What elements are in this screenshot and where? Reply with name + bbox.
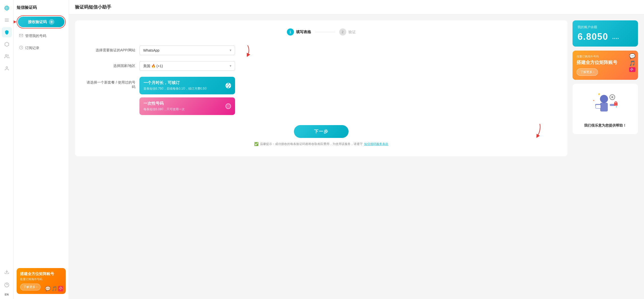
sidebar-shield[interactable] — [2, 27, 12, 37]
balance-amount: 6.8050 •••• — [578, 31, 633, 42]
package-onetime-title: 一次性号码 — [143, 101, 231, 106]
help-illustration: ★ ✦ ✦ — [590, 90, 620, 120]
notice-row: ✅ 温馨提示：成功接收的每条验证码都将收取相应费用，为使用该服务，请遵守 短信接… — [85, 142, 557, 146]
help-text: 我们很乐意为您提供帮助！ — [584, 123, 626, 128]
svg-text:✦: ✦ — [593, 99, 595, 102]
notice-check-icon: ✅ — [254, 142, 258, 146]
sidebar-user[interactable] — [2, 63, 12, 73]
left-promo-card: 搭建全方位矩阵账号 批量订阅海外号码 了解更多 › 💬 🎵 小 — [17, 268, 66, 294]
orange-promo-card: 批量订购海外号码 搭建全方位矩阵账号 了解更多 › 💬 🎵 小 — [573, 51, 638, 80]
package-onetime-desc: 每条短信6.08©，只可使用一次 — [143, 107, 231, 111]
step-1-circle: 1 — [287, 28, 294, 35]
sidebar-globe[interactable] — [2, 3, 12, 13]
step-divider — [315, 32, 335, 32]
balance-card: 我的账户余额 6.8050 •••• — [573, 20, 638, 47]
left-promo-btn[interactable]: 了解更多 › — [20, 284, 41, 290]
plus-icon: + — [49, 19, 54, 25]
package-monthly[interactable]: 一个月时长，可续订 首条短信6.75©，后续每条0.1©，续订月费0.5© ✓ — [139, 77, 235, 94]
svg-point-13 — [600, 95, 608, 103]
svg-point-6 — [5, 55, 7, 56]
arrow-whatsapp — [230, 44, 250, 57]
svg-point-19 — [611, 96, 613, 98]
app-select-row: 选择需要验证的APP/网站 WhatsApp ▼ — [85, 46, 557, 55]
svg-text:★: ★ — [598, 92, 600, 96]
step-2-circle: 2 — [339, 28, 346, 35]
form-card: 1 填写表格 2 验证 选择需要验证的APP/网站 — [75, 20, 567, 156]
step-2-label: 验证 — [348, 30, 356, 34]
menu-subscription-history[interactable]: 订阅记录 — [17, 44, 66, 53]
right-panel: 我的账户余额 6.8050 •••• 批量订购海外号码 搭建全方位矩阵账号 了解… — [573, 20, 638, 134]
help-svg: ★ ✦ ✦ — [590, 90, 620, 120]
left-panel: 短信验证码 接收验证码 + 管理我的号码 订阅记录 搭建全方位矩阵账号 批量订阅… — [14, 0, 69, 299]
orange-promo-title: 搭建全方位矩阵账号 — [577, 59, 634, 65]
package-monthly-title: 一个月时长，可续订 — [143, 80, 231, 86]
svg-text:✦: ✦ — [615, 105, 617, 108]
envelope-icon — [19, 33, 23, 39]
balance-blur: •••• — [612, 36, 619, 41]
notice-text: 温馨提示：成功接收的每条验证码都将收取相应费用，为使用该服务，请遵守 — [260, 142, 363, 146]
receive-btn-label: 接收验证码 — [28, 20, 47, 24]
package-monthly-radio: ✓ — [225, 83, 231, 88]
next-button[interactable]: 下一步 — [294, 125, 349, 138]
subscription-history-label: 订阅记录 — [25, 46, 39, 50]
left-promo-title: 搭建全方位矩阵账号 — [20, 272, 62, 276]
notice-link[interactable]: 短信接码服务条款 — [364, 142, 388, 146]
package-onetime-radio — [225, 103, 231, 109]
country-select-row: 选择国家/地区 美国 🔥 (+1) ▼ — [85, 61, 557, 71]
package-label: 请选择一个新套餐 / 使用过的号码 — [85, 77, 135, 89]
main-body: 1 填写表格 2 验证 选择需要验证的APP/网站 — [69, 14, 644, 162]
receive-btn[interactable]: 接收验证码 + — [18, 17, 64, 27]
balance-label: 我的账户余额 — [578, 25, 633, 29]
main-header: 验证码短信小助手 — [69, 0, 644, 14]
country-select-label: 选择国家/地区 — [85, 64, 135, 68]
clock-icon — [19, 46, 23, 51]
orange-promo-btn[interactable]: 了解更多 › — [577, 68, 598, 76]
sidebar-contact[interactable] — [2, 51, 12, 61]
country-select-wrapper: 美国 🔥 (+1) ▼ — [139, 61, 235, 71]
page-title: 验证码短信小助手 — [75, 4, 638, 10]
sidebar-import[interactable] — [2, 267, 12, 277]
sidebar-icons: EN — [0, 0, 14, 299]
help-card: ★ ✦ ✦ 我们很乐意为您提供帮助！ — [573, 84, 638, 134]
app-select-wrapper: WhatsApp ▼ — [139, 46, 235, 55]
promo-icons: 💬 🎵 小 — [629, 53, 635, 72]
left-promo-sub: 批量订阅海外号码 — [20, 277, 62, 281]
manage-numbers-label: 管理我的号码 — [25, 34, 46, 38]
sidebar-box[interactable] — [2, 39, 12, 49]
package-monthly-desc: 首条短信6.75©，后续每条0.1©，续订月费0.5© — [143, 87, 231, 91]
svg-rect-17 — [596, 105, 601, 108]
step-1: 1 填写表格 — [287, 28, 311, 35]
orange-promo-sub: 批量订购海外号码 — [577, 55, 634, 58]
arrow-next — [527, 123, 542, 138]
svg-rect-14 — [600, 103, 608, 111]
main-content: 验证码短信小助手 1 填写表格 2 验证 — [69, 0, 644, 299]
country-select-control: 美国 🔥 (+1) ▼ — [139, 61, 235, 71]
steps: 1 填写表格 2 验证 — [85, 28, 557, 35]
package-options: 一个月时长，可续订 首条短信6.75©，后续每条0.1©，续订月费0.5© ✓ … — [139, 77, 235, 115]
app-select[interactable]: WhatsApp — [139, 46, 235, 55]
menu-manage-numbers[interactable]: 管理我的号码 — [17, 31, 66, 41]
step-2: 2 验证 — [339, 28, 356, 35]
package-onetime[interactable]: 一次性号码 每条短信6.08©，只可使用一次 — [139, 97, 235, 115]
package-row: 请选择一个新套餐 / 使用过的号码 一个月时长，可续订 首条短信6.75©，后续… — [85, 77, 557, 115]
step-1-label: 填写表格 — [296, 30, 311, 34]
sidebar-help[interactable] — [2, 280, 12, 290]
next-btn-row: 下一步 — [85, 125, 557, 138]
left-panel-title: 短信验证码 — [17, 5, 66, 10]
app-select-label: 选择需要验证的APP/网站 — [85, 48, 135, 53]
lang-button[interactable]: EN — [5, 293, 9, 296]
svg-point-7 — [6, 67, 8, 68]
country-select[interactable]: 美国 🔥 (+1) — [139, 61, 235, 71]
sidebar-list[interactable] — [2, 15, 12, 25]
app-select-control: WhatsApp ▼ — [139, 46, 235, 55]
